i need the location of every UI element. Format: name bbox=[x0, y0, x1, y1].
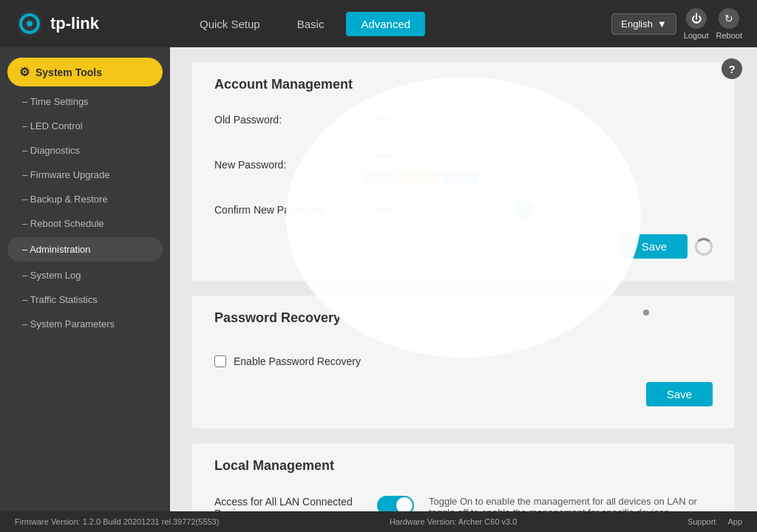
old-password-label: Old Password: bbox=[214, 114, 362, 126]
sidebar-item-system-log[interactable]: – System Log bbox=[0, 263, 170, 287]
footer: Firmware Version: 1.2.0 Build 20201231 r… bbox=[0, 511, 757, 532]
confirm-password-input[interactable] bbox=[362, 197, 510, 222]
reboot-button[interactable]: ↻ Reboot bbox=[716, 8, 742, 40]
spinner-icon bbox=[695, 238, 713, 256]
chevron-down-icon: ▼ bbox=[657, 18, 667, 30]
main-layout: ⚙ System Tools – Time Settings – LED Con… bbox=[0, 47, 757, 511]
confirm-password-row: Confirm New Password: ✓ bbox=[214, 197, 713, 222]
tab-advanced[interactable]: Advanced bbox=[346, 12, 425, 36]
account-management-section: Account Management Old Password: New Pas… bbox=[192, 62, 735, 281]
check-icon: ✓ bbox=[516, 201, 534, 219]
sidebar-item-diagnostics[interactable]: – Diagnostics bbox=[0, 138, 170, 163]
firmware-version: Firmware Version: 1.2.0 Build 20201231 r… bbox=[15, 517, 219, 526]
tab-quick-setup[interactable]: Quick Setup bbox=[185, 12, 275, 36]
sidebar-item-system-parameters[interactable]: – System Parameters bbox=[0, 312, 170, 336]
sidebar-item-firmware-upgrade[interactable]: – Firmware Upgrade bbox=[0, 163, 170, 187]
toggle-thumb bbox=[396, 497, 413, 511]
local-management-section: Local Management Access for All LAN Conn… bbox=[192, 443, 735, 511]
sidebar-section-label: System Tools bbox=[35, 66, 102, 78]
logout-button[interactable]: ⏻ Logout bbox=[684, 8, 709, 40]
header: tp-link Quick Setup Basic Advanced Engli… bbox=[0, 0, 757, 47]
dash-icon: – bbox=[22, 145, 27, 156]
dash-icon: – bbox=[22, 294, 27, 305]
dash-icon: – bbox=[22, 96, 27, 107]
sidebar-item-led-control[interactable]: – LED Control bbox=[0, 114, 170, 138]
toggle-track bbox=[377, 496, 414, 511]
tp-link-logo-icon bbox=[15, 9, 44, 38]
strength-middle: Middle bbox=[398, 172, 441, 185]
confirm-password-group: ✓ bbox=[362, 197, 534, 222]
sidebar: ⚙ System Tools – Time Settings – LED Con… bbox=[0, 47, 170, 511]
sidebar-item-administration[interactable]: – Administration bbox=[7, 237, 163, 262]
dash-icon: – bbox=[22, 318, 27, 330]
new-password-row: New Password: Low Middle High bbox=[214, 144, 713, 185]
new-password-label: New Password: bbox=[214, 159, 362, 171]
sidebar-item-time-settings[interactable]: – Time Settings bbox=[0, 89, 170, 114]
footer-right: Support App bbox=[688, 517, 742, 526]
logo-text: tp-link bbox=[50, 14, 99, 33]
account-management-title: Account Management bbox=[214, 77, 713, 92]
account-management-save-row: Save bbox=[214, 234, 713, 259]
password-recovery-save-row: Save bbox=[214, 382, 713, 406]
old-password-row: Old Password: bbox=[214, 107, 713, 132]
dash-icon: – bbox=[22, 218, 27, 229]
new-password-col: Low Middle High bbox=[362, 144, 510, 185]
local-management-row: Access for All LAN Connected Devices: To… bbox=[214, 488, 713, 511]
dash-icon: – bbox=[22, 120, 27, 132]
language-label: English bbox=[621, 18, 653, 30]
sidebar-item-system-tools[interactable]: ⚙ System Tools bbox=[7, 58, 163, 86]
old-password-input[interactable] bbox=[362, 107, 510, 132]
toggle-switch[interactable] bbox=[377, 496, 414, 511]
strength-low: Low bbox=[362, 172, 396, 185]
content-area: ? Account Management Old Password: New P… bbox=[170, 47, 757, 511]
confirm-password-label: Confirm New Password: bbox=[214, 204, 362, 216]
tab-basic[interactable]: Basic bbox=[282, 12, 339, 36]
app-link[interactable]: App bbox=[727, 517, 742, 526]
enable-recovery-checkbox[interactable] bbox=[214, 355, 226, 367]
sidebar-item-traffic-statistics[interactable]: – Traffic Statistics bbox=[0, 287, 170, 312]
strength-high: High bbox=[443, 172, 478, 185]
dash-icon: – bbox=[22, 194, 27, 205]
password-recovery-section: Password Recovery Enable Password Recove… bbox=[192, 296, 735, 429]
password-recovery-title: Password Recovery bbox=[214, 310, 713, 326]
reboot-icon: ↻ bbox=[719, 8, 739, 29]
language-selector[interactable]: English ▼ bbox=[611, 13, 676, 35]
enable-recovery-row: Enable Password Recovery bbox=[214, 341, 713, 382]
enable-recovery-label: Enable Password Recovery bbox=[234, 355, 361, 367]
local-management-description: Toggle On to enable the management for a… bbox=[429, 496, 713, 511]
password-strength-bar: Low Middle High bbox=[362, 172, 510, 185]
local-management-title: Local Management bbox=[214, 458, 713, 474]
password-recovery-save-button[interactable]: Save bbox=[646, 382, 713, 406]
dash-icon: – bbox=[22, 169, 27, 180]
dash-icon: – bbox=[22, 244, 27, 255]
support-link[interactable]: Support bbox=[688, 517, 716, 526]
gear-icon: ⚙ bbox=[19, 65, 30, 79]
access-label: Access for All LAN Connected Devices: bbox=[214, 496, 362, 511]
logo-area: tp-link bbox=[15, 9, 185, 38]
account-management-save-button[interactable]: Save bbox=[621, 234, 688, 259]
new-password-input[interactable] bbox=[362, 144, 510, 169]
dash-icon: – bbox=[22, 270, 27, 281]
svg-point-2 bbox=[27, 21, 33, 27]
sidebar-item-reboot-schedule[interactable]: – Reboot Schedule bbox=[0, 211, 170, 236]
nav-tabs: Quick Setup Basic Advanced bbox=[185, 12, 611, 36]
help-icon[interactable]: ? bbox=[722, 58, 742, 79]
logout-icon: ⏻ bbox=[686, 8, 707, 29]
header-right: English ▼ ⏻ Logout ↻ Reboot bbox=[611, 8, 742, 40]
hardware-version: Hardware Version: Archer C60 v3.0 bbox=[390, 517, 517, 526]
sidebar-item-backup-restore[interactable]: – Backup & Restore bbox=[0, 187, 170, 211]
